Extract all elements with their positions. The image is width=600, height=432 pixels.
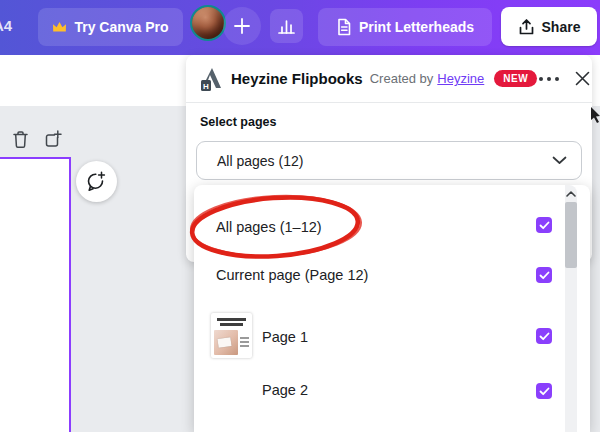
canva-editor-screen: A4 Try Canva Pro [0, 0, 600, 432]
select-pages-label: Select pages [200, 115, 276, 129]
document-icon [336, 18, 352, 36]
page-size-label: A4 [0, 17, 12, 34]
option-current-page-label: Current page (Page 12) [216, 267, 368, 283]
heyzine-link[interactable]: Heyzine [437, 71, 484, 86]
add-comment-button[interactable] [76, 161, 117, 202]
mouse-cursor [591, 107, 600, 123]
insights-button[interactable] [270, 9, 303, 43]
add-page-button[interactable] [42, 128, 64, 150]
scrollbar-thumb[interactable] [565, 202, 577, 268]
checkbox-page-2[interactable] [536, 383, 552, 399]
share-button[interactable]: Share [501, 7, 597, 46]
pages-dropdown-value: All pages (12) [217, 153, 552, 169]
add-member-button[interactable] [223, 7, 261, 45]
try-canva-pro-label: Try Canva Pro [74, 19, 168, 35]
page-1-thumbnail [211, 313, 252, 358]
bar-chart-icon [277, 17, 296, 35]
comment-plus-icon [85, 171, 108, 193]
option-page-1-label: Page 1 [262, 329, 308, 345]
heyzine-panel-header: H Heyzine Flipbooks Created by Heyzine N… [186, 55, 592, 103]
option-page-2-label: Page 2 [262, 382, 308, 398]
more-options-button[interactable] [537, 71, 561, 87]
svg-text:H: H [203, 81, 209, 90]
design-page[interactable] [0, 157, 71, 432]
checkbox-current-page[interactable] [536, 267, 552, 283]
scroll-up-arrow-icon[interactable] [565, 187, 577, 200]
delete-page-button[interactable] [9, 128, 31, 150]
checkbox-page-1[interactable] [536, 328, 552, 344]
panel-title: Heyzine Flipbooks [231, 70, 363, 87]
option-all-pages-label: All pages (1–12) [216, 219, 322, 235]
print-letterheads-button[interactable]: Print Letterheads [318, 8, 492, 46]
pages-dropdown[interactable]: All pages (12) [196, 141, 582, 180]
option-page-2[interactable]: Page 2 [194, 368, 554, 400]
crown-icon [52, 21, 67, 33]
print-letterheads-label: Print Letterheads [359, 19, 474, 35]
new-badge: NEW [494, 70, 537, 87]
popup-scrollbar[interactable] [565, 185, 577, 432]
heyzine-logo-icon: H [200, 66, 223, 92]
pages-dropdown-list: All pages (1–12) Current page (Page 12) … [194, 185, 590, 432]
chevron-down-icon [552, 156, 567, 165]
try-canva-pro-button[interactable]: Try Canva Pro [38, 8, 183, 46]
option-all-pages[interactable]: All pages (1–12) [194, 212, 554, 244]
close-panel-button[interactable] [575, 68, 590, 90]
share-label: Share [542, 19, 581, 35]
avatar[interactable] [190, 5, 226, 41]
checkbox-all-pages[interactable] [536, 217, 552, 233]
top-toolbar: A4 Try Canva Pro [0, 0, 600, 55]
plus-icon [233, 17, 251, 35]
option-current-page[interactable]: Current page (Page 12) [194, 260, 554, 292]
share-upload-icon [518, 18, 535, 36]
created-by-label: Created by [370, 71, 434, 86]
